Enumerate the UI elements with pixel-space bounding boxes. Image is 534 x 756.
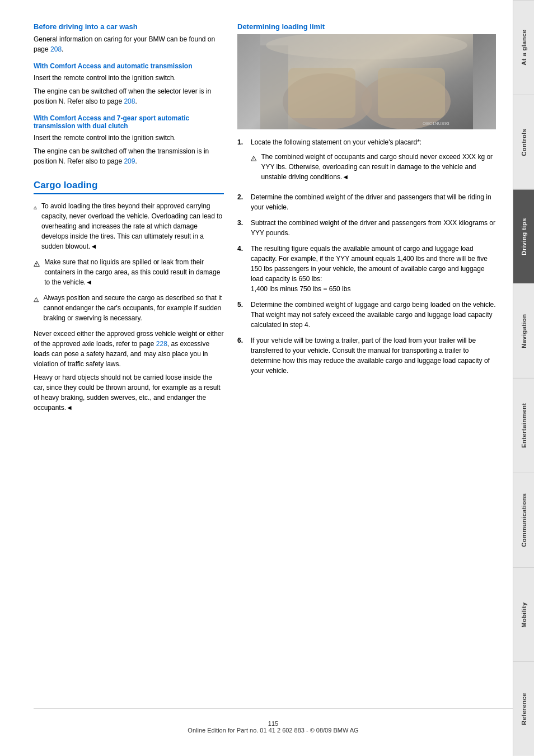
main-content: Before driving into a car wash General i… bbox=[0, 0, 513, 756]
page-footer: 115 Online Edition for Part no. 01 41 2 … bbox=[34, 697, 513, 739]
car-interior-image: OEC1NUS93 bbox=[237, 34, 496, 129]
svg-text:!: ! bbox=[35, 207, 36, 209]
warn1-end: ◄ bbox=[90, 242, 97, 250]
cargo-page-link[interactable]: 228 bbox=[156, 340, 167, 348]
svg-text:!: ! bbox=[253, 158, 254, 161]
carwash-title: Before driving into a car wash bbox=[34, 22, 224, 31]
warning-icon-1: ! bbox=[34, 201, 37, 214]
comfort-text1: Insert the remote control into the ignit… bbox=[34, 73, 224, 83]
cargo-warn3-text: Always position and secure the cargo as … bbox=[43, 293, 224, 323]
carwash-page-link[interactable]: 208 bbox=[50, 45, 62, 53]
loading-steps: 1. Locate the following statement on you… bbox=[237, 137, 496, 376]
car-img-inner: OEC1NUS93 bbox=[237, 34, 496, 129]
warning-icon-3: ! bbox=[34, 293, 39, 306]
step-4: 4. The resulting figure equals the avail… bbox=[237, 244, 496, 294]
svg-text:!: ! bbox=[36, 299, 37, 302]
sidebar-tab-controls[interactable]: Controls bbox=[513, 95, 534, 189]
car-svg: OEC1NUS93 bbox=[237, 34, 496, 129]
right-column: Determining loading limit bbox=[237, 22, 496, 734]
step-1: 1. Locate the following statement on you… bbox=[237, 137, 496, 186]
step1-warn-text: The combined weight of occupants and car… bbox=[261, 152, 496, 182]
sidebar-tab-at-a-glance[interactable]: At a glance bbox=[513, 0, 534, 95]
page-number: 115 bbox=[34, 720, 513, 727]
cargo-warning-3: ! Always position and secure the cargo a… bbox=[34, 293, 224, 323]
svg-rect-12 bbox=[260, 45, 288, 129]
warning-icon-step1: ! bbox=[251, 152, 256, 165]
step1-warning: ! The combined weight of occupants and c… bbox=[251, 152, 496, 182]
sidebar-tab-communications[interactable]: Communications bbox=[513, 473, 534, 567]
sidebar-tab-entertainment[interactable]: Entertainment bbox=[513, 378, 534, 473]
cargo-title: Cargo loading bbox=[34, 180, 224, 194]
sport-page-link[interactable]: 209 bbox=[124, 157, 135, 165]
cargo-warning-1: ! To avoid loading the tires beyond thei… bbox=[34, 201, 224, 251]
loading-title: Determining loading limit bbox=[237, 22, 496, 31]
sport-title: With Comfort Access and 7-gear sport aut… bbox=[34, 114, 224, 130]
page-wrapper: Before driving into a car wash General i… bbox=[0, 0, 534, 756]
sidebar-tab-reference[interactable]: Reference bbox=[513, 661, 534, 756]
sport-text2: The engine can be switched off when the … bbox=[34, 146, 224, 166]
cargo-warn1-text: To avoid loading the tires beyond their … bbox=[41, 201, 224, 251]
svg-text:!: ! bbox=[36, 263, 38, 266]
footer-text: Online Edition for Part no. 01 41 2 602 … bbox=[34, 727, 513, 734]
svg-rect-11 bbox=[378, 68, 445, 118]
sidebar-tab-driving-tips[interactable]: Driving tips bbox=[513, 189, 534, 284]
svg-text:OEC1NUS93: OEC1NUS93 bbox=[423, 121, 449, 126]
left-column: Before driving into a car wash General i… bbox=[34, 22, 224, 734]
comfort-page-link[interactable]: 208 bbox=[124, 97, 135, 105]
step-5: 5. Determine the combined weight of lugg… bbox=[237, 300, 496, 330]
sidebar: At a glance Controls Driving tips Naviga… bbox=[513, 0, 534, 756]
comfort-title: With Comfort Access and automatic transm… bbox=[34, 62, 224, 70]
comfort-text2: The engine can be switched off when the … bbox=[34, 86, 224, 106]
cargo-warn2-text: Make sure that no liquids are spilled or… bbox=[44, 257, 224, 287]
svg-rect-10 bbox=[288, 68, 355, 118]
cargo-warning-2: ! Make sure that no liquids are spilled … bbox=[34, 257, 224, 287]
sidebar-tab-navigation[interactable]: Navigation bbox=[513, 283, 534, 378]
carwash-para: General information on caring for your B… bbox=[34, 34, 224, 54]
sidebar-tab-mobility[interactable]: Mobility bbox=[513, 567, 534, 662]
step-2: 2. Determine the combined weight of the … bbox=[237, 192, 496, 212]
warning-icon-2: ! bbox=[34, 257, 40, 270]
step4-formula: 1,400 lbs minus 750 lbs = 650 lbs bbox=[251, 285, 350, 293]
cargo-text1: Never exceed either the approved gross v… bbox=[34, 329, 224, 369]
step-3: 3. Subtract the combined weight of the d… bbox=[237, 218, 496, 238]
sport-text1: Insert the remote control into the ignit… bbox=[34, 133, 224, 143]
step-6: 6. If your vehicle will be towing a trai… bbox=[237, 335, 496, 376]
cargo-text2: Heavy or hard objects should not be carr… bbox=[34, 372, 224, 413]
